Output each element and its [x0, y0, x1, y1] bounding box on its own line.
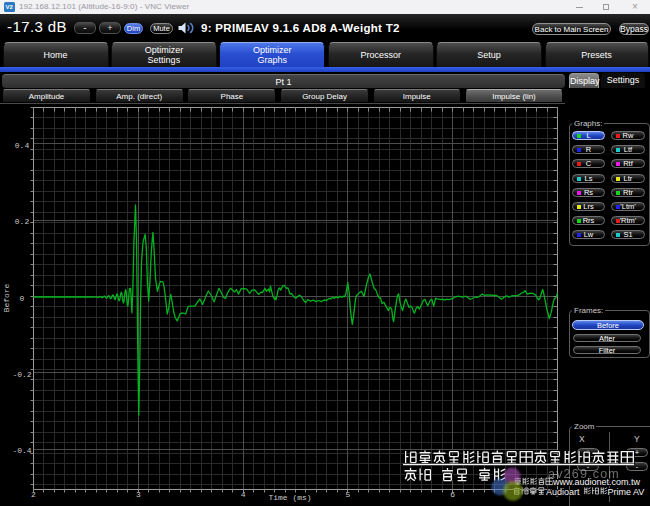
svg-text:www.audionet.com.tw: www.audionet.com.tw — [552, 477, 641, 487]
svg-text:Prime AV: Prime AV — [608, 487, 645, 497]
svg-text:Audioart: Audioart — [546, 487, 580, 497]
